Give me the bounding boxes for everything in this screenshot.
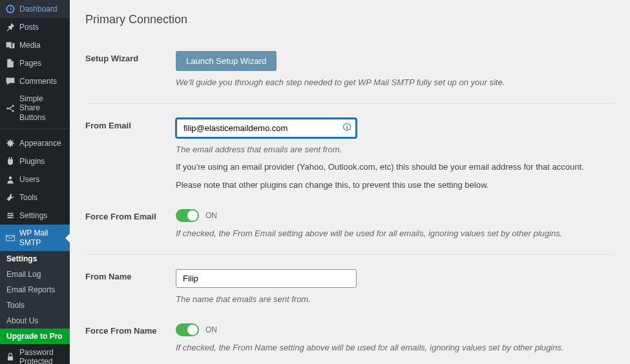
force-from-name-label: Force From Name <box>85 323 176 336</box>
from-email-label: From Email <box>85 118 176 130</box>
page-icon <box>5 58 16 68</box>
admin-sidebar: Dashboard Posts Media Pages Comments Sim… <box>0 0 70 364</box>
svg-point-11 <box>346 125 347 125</box>
lock-icon <box>5 352 16 362</box>
force-from-email-label: Force From Email <box>85 209 176 221</box>
mail-icon <box>5 233 16 243</box>
sidebar-item-appearance[interactable]: Appearance <box>0 134 70 152</box>
force-from-name-toggle[interactable] <box>176 323 199 336</box>
pin-icon <box>5 22 16 32</box>
section-divider <box>85 103 614 104</box>
force-from-name-row: Force From Name ON If checked, the From … <box>85 314 614 363</box>
sidebar-item-password-protected[interactable]: Password Protected <box>0 344 70 364</box>
sidebar-item-settings[interactable]: Settings <box>0 207 70 225</box>
force-from-email-toggle[interactable] <box>176 209 199 222</box>
sidebar-item-comments[interactable]: Comments <box>0 72 70 90</box>
page-title: Primary Connection <box>85 13 614 26</box>
appearance-icon <box>5 138 16 148</box>
sidebar-item-wp-mail-smtp[interactable]: WP Mail SMTP <box>0 225 70 251</box>
sidebar-submenu: Settings Email Log Email Reports Tools A… <box>0 251 70 344</box>
from-name-desc: The name that emails are sent from. <box>176 293 614 306</box>
force-from-email-state: ON <box>205 211 217 220</box>
from-email-input[interactable] <box>176 118 357 138</box>
users-icon <box>5 174 16 185</box>
sidebar-label: Settings <box>19 211 47 220</box>
plugin-icon <box>5 156 16 167</box>
svg-point-2 <box>12 110 14 112</box>
svg-rect-12 <box>346 126 347 129</box>
from-email-row: From Email The email address that emails… <box>85 109 614 201</box>
from-name-input[interactable] <box>176 269 357 288</box>
sub-item-upgrade[interactable]: Upgrade to Pro <box>0 329 70 344</box>
sidebar-item-posts[interactable]: Posts <box>0 18 70 36</box>
sidebar-item-simple-share[interactable]: Simple Share Buttons <box>0 90 70 126</box>
main-content: Primary Connection Setup Wizard Launch S… <box>70 0 630 364</box>
sidebar-item-media[interactable]: Media <box>0 36 70 54</box>
sidebar-label: Comments <box>19 77 57 86</box>
media-icon <box>5 40 16 50</box>
sidebar-label: Pages <box>19 59 41 68</box>
sidebar-label: Dashboard <box>19 5 58 14</box>
setup-wizard-label: Setup Wizard <box>85 51 176 63</box>
force-from-email-desc: If checked, the From Email setting above… <box>176 227 614 240</box>
settings-icon <box>5 210 16 221</box>
setup-wizard-desc: We'll guide you through each step needed… <box>176 76 614 89</box>
sidebar-label: Posts <box>19 23 39 32</box>
svg-point-0 <box>6 107 8 109</box>
svg-point-4 <box>8 213 9 214</box>
sub-item-about-us[interactable]: About Us <box>0 313 70 329</box>
sub-item-tools[interactable]: Tools <box>0 298 70 313</box>
comment-icon <box>5 76 16 86</box>
sub-item-email-log[interactable]: Email Log <box>0 267 70 282</box>
input-info-icon[interactable] <box>342 123 352 134</box>
sidebar-label: WP Mail SMTP <box>19 228 65 247</box>
setup-wizard-row: Setup Wizard Launch Setup Wizard We'll g… <box>85 42 614 98</box>
sidebar-label: Simple Share Buttons <box>19 94 65 122</box>
svg-point-6 <box>9 217 10 218</box>
svg-point-5 <box>11 215 12 216</box>
sidebar-label: Users <box>19 175 39 184</box>
sub-item-email-reports[interactable]: Email Reports <box>0 282 70 298</box>
force-from-email-row: Force From Email ON If checked, the From… <box>85 200 614 249</box>
sidebar-label: Appearance <box>19 139 61 148</box>
share-icon <box>5 103 16 114</box>
sidebar-label: Tools <box>19 193 37 202</box>
from-name-row: From Name The name that emails are sent … <box>85 260 614 315</box>
svg-rect-7 <box>8 357 13 361</box>
from-name-label: From Name <box>85 269 176 281</box>
sidebar-label: Plugins <box>19 157 45 166</box>
force-from-name-state: ON <box>205 325 217 334</box>
section-divider <box>85 254 614 255</box>
sidebar-item-pages[interactable]: Pages <box>0 54 70 72</box>
force-from-name-desc: If checked, the From Name setting above … <box>176 341 614 354</box>
sidebar-item-tools[interactable]: Tools <box>0 188 70 207</box>
sidebar-item-users[interactable]: Users <box>0 170 70 188</box>
dashboard-icon <box>5 4 16 14</box>
from-email-note2: Please note that other plugins can chang… <box>176 179 614 192</box>
sidebar-label: Media <box>19 41 41 50</box>
svg-point-3 <box>9 176 12 179</box>
from-email-desc: The email address that emails are sent f… <box>176 143 614 156</box>
svg-point-1 <box>12 105 14 106</box>
from-email-note1: If you're using an email provider (Yahoo… <box>176 161 614 174</box>
sub-item-settings[interactable]: Settings <box>0 251 70 267</box>
sidebar-separator <box>0 128 70 132</box>
tools-icon <box>5 192 16 203</box>
launch-setup-wizard-button[interactable]: Launch Setup Wizard <box>176 51 277 71</box>
sidebar-item-dashboard[interactable]: Dashboard <box>0 0 70 18</box>
sidebar-label: Password Protected <box>19 348 65 364</box>
sidebar-item-plugins[interactable]: Plugins <box>0 152 70 170</box>
